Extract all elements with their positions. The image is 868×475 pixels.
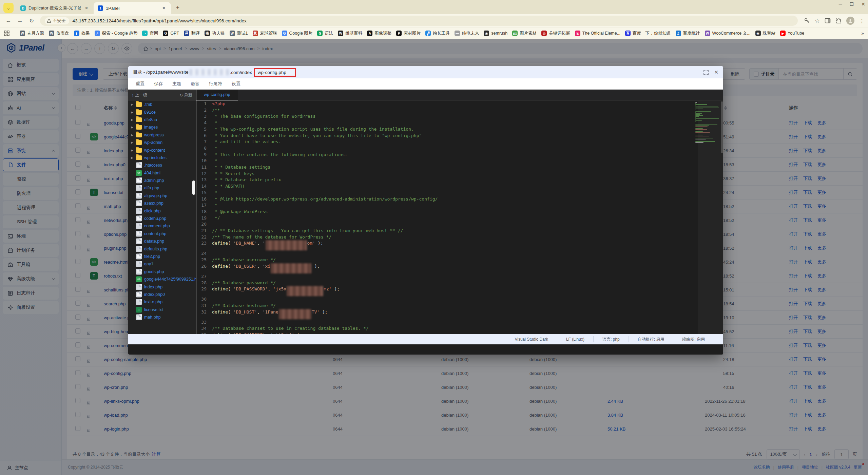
tree-item-gay1[interactable]: gay1 <box>128 260 196 268</box>
tree-item-click.php[interactable]: click.php <box>128 207 196 214</box>
expander-icon[interactable]: ▶ <box>131 126 134 129</box>
bookmark-item[interactable]: ◉semrush <box>481 30 510 37</box>
modal-close-icon[interactable]: ✕ <box>714 69 718 75</box>
bookmark-item[interactable]: ↗探索 - Google 趋势 <box>92 30 140 37</box>
status-line-ending[interactable]: LF (Linux) <box>557 336 593 342</box>
editor-menu-language[interactable]: 语言 <box>191 81 199 87</box>
bookmark-item[interactable]: W古月方源 <box>17 30 46 37</box>
bookmark-item[interactable]: GGoogle 图片 <box>279 30 315 37</box>
tree-item-dfe8aa[interactable]: ▶dfe8aa <box>128 116 196 124</box>
bookmark-item[interactable]: G语法 <box>315 30 335 37</box>
editor-menu-reset[interactable]: 重置 <box>136 81 144 87</box>
bookmark-item[interactable]: ◔官网 <box>140 30 160 37</box>
tree-item-google444c7425f9099251.html[interactable]: </>google444c7425f9099251.html <box>128 276 196 283</box>
expander-icon[interactable]: ▶ <box>131 141 134 144</box>
tree-item-.tmb[interactable]: ▶.tmb <box>128 101 196 108</box>
tree-item-alfa.php[interactable]: alfa.php <box>128 184 196 192</box>
tree-item-wp-content[interactable]: ▶wp-content <box>128 146 196 154</box>
bookmark-item[interactable]: 衰衰球贸联 <box>250 30 279 37</box>
bookmarks-overflow-icon[interactable]: » <box>861 31 864 36</box>
tree-item-mah.php[interactable]: mah.php <box>128 314 196 321</box>
bookmark-item[interactable]: 译翻译 <box>181 30 202 37</box>
code-area[interactable]: 1<?php2/**3 * The base configuration for… <box>196 101 723 344</box>
bookmark-item[interactable]: W仪表盘 <box>46 30 72 37</box>
tree-item-ioxi-o.php[interactable]: ioxi-o.php <box>128 298 196 306</box>
fullscreen-icon[interactable] <box>703 70 709 75</box>
tree-item-algovge.php[interactable]: algovge.php <box>128 192 196 200</box>
bookmark-item[interactable]: Z百度统计 <box>673 30 702 37</box>
status-theme[interactable]: Visual Studio Dark <box>506 336 557 342</box>
editor-menu-theme[interactable]: 主题 <box>172 81 181 87</box>
browser-tab-1[interactable]: D Duplicator 搜索文章-光子波动 ✕ <box>16 2 94 14</box>
tree-scrollbar-thumb[interactable] <box>192 180 195 195</box>
side-panel-icon[interactable] <box>825 18 831 24</box>
expander-icon[interactable]: ▶ <box>131 118 134 121</box>
bookmark-item[interactable]: P素材图片 <box>394 30 423 37</box>
bookmark-item[interactable]: px图片素材 <box>510 30 539 37</box>
tree-up-button[interactable]: 上一级 <box>135 92 147 98</box>
profile-avatar[interactable] <box>846 17 854 25</box>
bookmark-item[interactable]: WWooCommerce 文... <box>702 30 753 37</box>
status-minimap[interactable]: 缩略图: 启用 <box>673 336 714 342</box>
window-maximize-button[interactable]: ☐ <box>850 1 854 7</box>
minimap[interactable] <box>698 101 723 344</box>
extensions-puzzle-icon[interactable] <box>835 18 842 24</box>
apps-grid-icon[interactable] <box>4 31 9 36</box>
security-warning-chip[interactable]: 不安全 <box>45 17 69 24</box>
status-language[interactable]: 语言: php <box>593 336 629 342</box>
tree-item-wp-includes[interactable]: ▶wp-includes <box>128 154 196 162</box>
bookmark-item[interactable]: ▶YouTube <box>778 30 807 37</box>
tree-item-index.php[interactable]: index.php <box>128 283 196 290</box>
tree-item-.htaccess[interactable]: .htaccess <box>128 162 196 169</box>
window-minimize-button[interactable]: ─ <box>839 1 842 7</box>
tree-refresh-button[interactable]: ↻ 刷新 <box>179 92 192 98</box>
reload-icon[interactable]: ↻ <box>26 16 37 26</box>
expander-icon[interactable]: ▶ <box>131 133 134 137</box>
editor-tab-wp-config[interactable]: wp-config.php <box>196 90 238 100</box>
expander-icon[interactable]: ▶ <box>131 103 134 106</box>
bookmark-star-icon[interactable]: ☆ <box>815 17 820 24</box>
tree-item-images[interactable]: ▶images <box>128 124 196 131</box>
address-bar[interactable]: 不安全 43.167.233.152:12443/hosts/files?pat… <box>40 16 798 26</box>
bookmark-item[interactable]: ◍关键词拓展 <box>539 30 573 37</box>
tree-item-admin.php[interactable]: admin.php <box>128 177 196 184</box>
bookmark-item[interactable]: W维基百科 <box>335 30 365 37</box>
tree-item-wp-admin[interactable]: ▶wp-admin <box>128 139 196 146</box>
password-key-icon[interactable] <box>804 18 810 24</box>
window-close-button[interactable]: ✕ <box>861 1 865 7</box>
browser-tab-2[interactable]: 1 1Panel ✕ <box>94 2 171 14</box>
tree-item-file2.php[interactable]: file2.php <box>128 253 196 260</box>
bookmark-item[interactable]: 百百度一下，你就知道 <box>623 30 673 37</box>
expander-icon[interactable]: ▶ <box>131 156 134 159</box>
tab-search-chip[interactable]: ⌄ <box>3 3 14 13</box>
tree-item-codehu.php[interactable]: codehu.php <box>128 215 196 222</box>
tree-item-content.php[interactable]: content.php <box>128 230 196 238</box>
expander-icon[interactable]: ▶ <box>131 149 134 152</box>
editor-scrollbar-thumb[interactable] <box>721 101 723 153</box>
tab-close-icon[interactable]: ✕ <box>161 5 167 11</box>
tree-item-891ce[interactable]: ▶891ce <box>128 108 196 116</box>
tree-item-goods.php[interactable]: goods.php <box>128 268 196 276</box>
tree-item-asasx.php[interactable]: asasx.php <box>128 200 196 207</box>
new-tab-button[interactable]: + <box>173 3 182 12</box>
bookmark-item[interactable]: ◉珠宝站 <box>753 30 778 37</box>
tree-item-license.txt[interactable]: Tlicense.txt <box>128 306 196 314</box>
tab-close-icon[interactable]: ✕ <box>83 5 90 11</box>
bookmark-item[interactable]: —纯电未来 <box>452 30 481 37</box>
forward-icon[interactable]: → <box>15 16 25 26</box>
tree-item-defaults.php[interactable]: defaults.php <box>128 245 196 252</box>
bookmark-item[interactable]: GGPT <box>160 30 181 37</box>
bookmark-item[interactable]: W测试1 <box>227 30 250 37</box>
editor-menu-save[interactable]: 保存 <box>154 81 163 87</box>
bookmark-item[interactable]: ▮效果 <box>72 30 92 37</box>
editor-menu-line-ending[interactable]: 行尾符 <box>209 81 222 87</box>
tree-item-comment.php[interactable]: comment.php <box>128 222 196 230</box>
bookmark-item[interactable]: EThe Official Eleme... <box>573 30 623 37</box>
expander-icon[interactable]: ▶ <box>131 111 134 114</box>
tree-item-404.html[interactable]: </>404.html <box>128 169 196 177</box>
code-editor[interactable]: wp-config.php 1<?php2/**3 * The base con… <box>196 90 723 344</box>
tree-item-wordpress[interactable]: ▶wordpress <box>128 131 196 139</box>
status-word-wrap[interactable]: 自动换行: 启用 <box>629 336 673 342</box>
tree-item-datate.php[interactable]: datate.php <box>128 238 196 245</box>
bookmark-item[interactable]: 猫功夫猫 <box>202 30 227 37</box>
